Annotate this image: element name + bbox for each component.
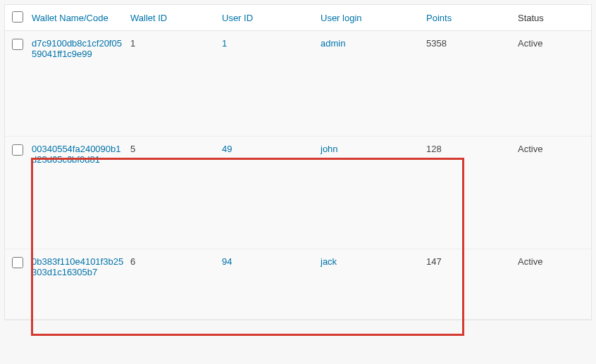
wallet-id-value: 5 [130,144,135,154]
status-value: Active [518,256,542,267]
header-status: Status [518,13,544,23]
header-points[interactable]: Points [426,13,452,23]
points-value: 147 [426,256,442,267]
table-header-row: Wallet Name/Code Wallet ID User ID User … [5,5,591,31]
points-value: 128 [426,144,442,154]
wallet-name-link[interactable]: 0b383f110e4101f3b25303d1c16305b7 [32,256,123,277]
table-row: d7c9100db8c1cf20f0559041ff1c9e99 1 1 adm… [5,31,591,137]
user-login-link[interactable]: jack [321,256,337,267]
wallet-id-value: 6 [130,256,135,267]
header-wallet-id[interactable]: Wallet ID [130,13,167,23]
user-id-link[interactable]: 94 [222,256,232,267]
table-row: 0b383f110e4101f3b25303d1c16305b7 6 94 ja… [5,249,591,320]
header-name[interactable]: Wallet Name/Code [32,13,108,23]
user-id-link[interactable]: 49 [222,144,232,154]
row-checkbox[interactable] [12,257,23,268]
points-value: 5358 [426,38,447,49]
header-user-login[interactable]: User login [321,13,362,23]
status-value: Active [518,144,542,154]
row-checkbox[interactable] [12,144,23,156]
wallet-name-link[interactable]: 00340554fa240090b1d23d65c6bf0d81 [32,144,121,165]
user-login-link[interactable]: john [321,144,338,154]
row-checkbox[interactable] [12,39,23,50]
table-row: 00340554fa240090b1d23d65c6bf0d81 5 49 jo… [5,137,591,249]
select-all-checkbox[interactable] [12,11,23,23]
user-id-link[interactable]: 1 [222,38,227,49]
wallet-table: Wallet Name/Code Wallet ID User ID User … [4,4,592,320]
header-user-id[interactable]: User ID [222,13,253,23]
wallet-name-link[interactable]: d7c9100db8c1cf20f0559041ff1c9e99 [32,38,122,59]
user-login-link[interactable]: admin [321,38,345,49]
wallet-id-value: 1 [130,38,135,49]
status-value: Active [518,38,542,49]
